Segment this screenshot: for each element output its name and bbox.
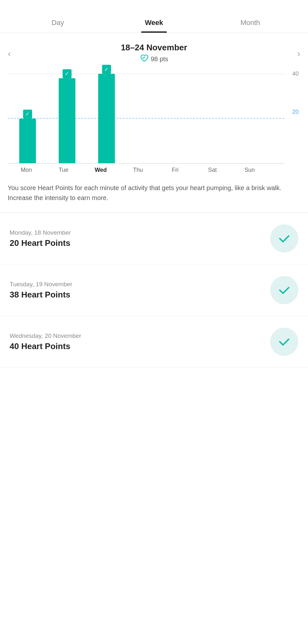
bar-col-tue[interactable]: ✓ bbox=[47, 74, 87, 163]
x-label-wed: Wed bbox=[82, 167, 119, 173]
prev-week-button[interactable]: ‹ bbox=[8, 48, 11, 59]
week-navigation: ‹ 18–24 November 98 pts › bbox=[8, 43, 300, 64]
day-entry-check-icon-0 bbox=[270, 224, 298, 253]
week-title: 18–24 November 98 pts bbox=[121, 43, 187, 64]
day-entry-date-2: Wednesday, 20 November bbox=[10, 332, 270, 339]
bar-col-thu[interactable] bbox=[126, 74, 166, 163]
description-text: You score Heart Points for each minute o… bbox=[0, 173, 308, 213]
x-label-sat: Sat bbox=[194, 167, 231, 173]
bar-col-sat[interactable] bbox=[205, 74, 245, 163]
day-entry-info-1: Tuesday, 19 November38 Heart Points bbox=[10, 281, 270, 300]
bar-wed: ✓ bbox=[98, 74, 115, 163]
bar-tue: ✓ bbox=[59, 78, 75, 163]
bar-col-fri[interactable] bbox=[166, 74, 205, 163]
bar-col-wed[interactable]: ✓ bbox=[87, 74, 126, 163]
day-entry-pts-0: 20 Heart Points bbox=[10, 238, 270, 248]
next-week-button[interactable]: › bbox=[297, 48, 300, 59]
day-entry-info-0: Monday, 18 November20 Heart Points bbox=[10, 229, 270, 248]
day-entry-info-2: Wednesday, 20 November40 Heart Points bbox=[10, 332, 270, 351]
day-entry-2[interactable]: Wednesday, 20 November40 Heart Points bbox=[0, 316, 308, 368]
x-label-mon: Mon bbox=[8, 167, 45, 173]
bar-check-tue: ✓ bbox=[63, 69, 72, 78]
total-pts: 98 pts bbox=[151, 55, 168, 63]
day-entries-list: Monday, 18 November20 Heart Points Tuesd… bbox=[0, 213, 308, 368]
tab-week[interactable]: Week bbox=[106, 12, 202, 33]
bar-check-wed: ✓ bbox=[102, 65, 111, 74]
header bbox=[0, 0, 308, 12]
day-entry-pts-2: 40 Heart Points bbox=[10, 341, 270, 351]
tab-month[interactable]: Month bbox=[202, 12, 298, 33]
chart-area: 4020✓✓✓ bbox=[8, 74, 284, 163]
day-entry-date-0: Monday, 18 November bbox=[10, 229, 270, 236]
chart-section: ‹ 18–24 November 98 pts › 4020✓✓✓ MonTue… bbox=[0, 33, 308, 173]
x-label-sun: Sun bbox=[231, 167, 268, 173]
bars-container: ✓✓✓ bbox=[8, 74, 284, 163]
bar-col-sun[interactable] bbox=[245, 74, 284, 163]
day-entry-date-1: Tuesday, 19 November bbox=[10, 281, 270, 288]
day-entry-check-icon-2 bbox=[270, 328, 298, 356]
day-entry-check-icon-1 bbox=[270, 276, 298, 304]
date-range: 18–24 November bbox=[121, 43, 187, 53]
bar-mon: ✓ bbox=[19, 119, 36, 163]
x-label-thu: Thu bbox=[119, 167, 157, 173]
tab-day[interactable]: Day bbox=[10, 12, 106, 33]
day-entry-0[interactable]: Monday, 18 November20 Heart Points bbox=[0, 213, 308, 264]
bar-check-mon: ✓ bbox=[23, 110, 32, 119]
x-label-tue: Tue bbox=[45, 167, 82, 173]
x-label-fri: Fri bbox=[157, 167, 194, 173]
day-entry-pts-1: 38 Heart Points bbox=[10, 290, 270, 300]
heart-points-icon bbox=[140, 54, 148, 64]
tabs-bar: Day Week Month bbox=[0, 12, 308, 33]
day-entry-1[interactable]: Tuesday, 19 November38 Heart Points bbox=[0, 264, 308, 316]
bar-col-mon[interactable]: ✓ bbox=[8, 74, 47, 163]
bar-chart: 4020✓✓✓ MonTueWedThuFriSatSun bbox=[8, 74, 300, 173]
x-axis-labels: MonTueWedThuFriSatSun bbox=[8, 167, 284, 173]
